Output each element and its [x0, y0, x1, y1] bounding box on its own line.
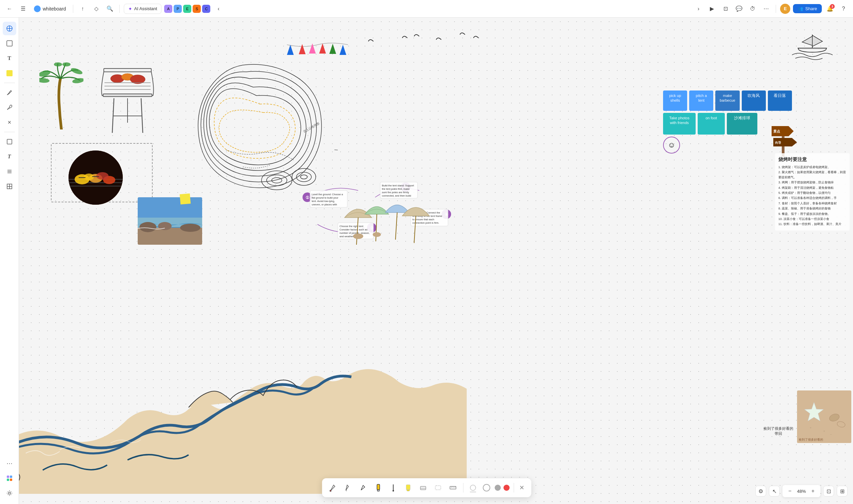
- selection-container[interactable]: [51, 143, 153, 202]
- sidebar-tool-eraser[interactable]: ✕: [3, 115, 16, 129]
- fountain-pen-tool[interactable]: [327, 482, 340, 494]
- highlighter-tool[interactable]: [402, 482, 414, 494]
- notifications-badge: 3: [830, 4, 835, 9]
- sidebar-tool-text2[interactable]: T: [3, 150, 16, 163]
- svg-point-106: [810, 427, 811, 428]
- back-button[interactable]: ←: [4, 3, 15, 14]
- svg-point-99: [373, 232, 381, 237]
- svg-rect-117: [435, 486, 440, 490]
- integration-icon-4[interactable]: S: [193, 5, 201, 13]
- card-pitch-tent[interactable]: pitch a tent: [689, 90, 713, 111]
- ai-assistant-button[interactable]: ✦ AI Assistant: [124, 4, 162, 14]
- svg-point-11: [8, 492, 11, 494]
- collapse-right-button[interactable]: ‹: [213, 3, 224, 14]
- svg-line-96: [396, 213, 397, 240]
- sidebar-tool-select[interactable]: [3, 37, 16, 50]
- sand-starfish-photo: 捡到了很多好看的: [797, 391, 851, 443]
- zoom-in-button[interactable]: +: [809, 487, 817, 495]
- sidebar-tool-move[interactable]: [3, 22, 16, 35]
- notifications-button[interactable]: 🔔 3: [824, 3, 835, 14]
- card-watch-sunset[interactable]: 看日落: [768, 90, 792, 111]
- play-button[interactable]: ▶: [707, 3, 717, 14]
- ruler-pen-tool[interactable]: [447, 482, 459, 494]
- zoom-out-button[interactable]: −: [786, 487, 794, 495]
- close-toolbar-button[interactable]: ✕: [518, 483, 526, 493]
- card-blow-wind[interactable]: 吹海风: [742, 90, 766, 111]
- toolbar-divider-2: [513, 483, 514, 492]
- svg-point-60: [180, 224, 201, 232]
- cursor-button[interactable]: ↖: [769, 486, 780, 497]
- card-take-photos[interactable]: Take photos with friends: [663, 113, 696, 134]
- sidebar-tool-sticky[interactable]: [3, 67, 16, 80]
- marker-tool[interactable]: [372, 482, 384, 494]
- svg-point-34: [266, 175, 287, 186]
- svg-point-98: [353, 234, 363, 239]
- tag-button[interactable]: ◇: [91, 3, 102, 14]
- menu-button[interactable]: ☰: [18, 3, 29, 14]
- color-red[interactable]: [503, 485, 509, 491]
- eraser-tool[interactable]: [417, 482, 429, 494]
- svg-marker-37: [287, 45, 294, 55]
- sidebar-tool-more[interactable]: ⋯: [3, 456, 16, 470]
- card-make-barbecue[interactable]: make barbecue: [715, 90, 739, 111]
- svg-line-109: [346, 490, 347, 491]
- more-button[interactable]: ⋯: [761, 3, 771, 14]
- integration-icon-1[interactable]: A: [164, 5, 172, 13]
- sidebar-tool-table[interactable]: [3, 180, 16, 193]
- dotted-eraser-tool[interactable]: [432, 482, 444, 494]
- user-avatar[interactable]: E: [780, 4, 790, 14]
- present-button[interactable]: ⊡: [720, 3, 731, 14]
- toolbar-right: E 👥 Share 🔔 3 ?: [780, 3, 849, 14]
- grid-view-button[interactable]: ⊞: [837, 486, 848, 497]
- pen-tool[interactable]: [357, 482, 369, 494]
- help-button[interactable]: ?: [838, 3, 849, 14]
- svg-rect-100: [797, 391, 851, 443]
- svg-point-58: [139, 222, 156, 232]
- sidebar-tool-settings[interactable]: [3, 486, 16, 500]
- share-button[interactable]: 👥 Share: [793, 4, 822, 13]
- thin-pen-tool[interactable]: [387, 482, 399, 494]
- boat-illustration: [792, 28, 833, 62]
- sidebar-tool-pen[interactable]: [3, 101, 16, 114]
- fit-to-screen-button[interactable]: ⊡: [823, 486, 834, 497]
- sidebar-tool-shapes[interactable]: [3, 135, 16, 148]
- color-gray[interactable]: [494, 485, 501, 491]
- search-button[interactable]: 🔍: [104, 3, 115, 14]
- svg-text:①: ①: [306, 195, 309, 200]
- sidebar-tool-list[interactable]: [3, 165, 16, 178]
- zoom-control-panel: − 48% +: [782, 485, 820, 497]
- expand-button[interactable]: ›: [693, 3, 704, 14]
- svg-marker-38: [299, 44, 306, 54]
- whiteboard-canvas[interactable]: 北上山地地形: [19, 18, 853, 504]
- ai-icon: ✦: [128, 6, 132, 12]
- svg-rect-118: [450, 486, 456, 489]
- share-icon: 👥: [798, 6, 803, 11]
- comment-button[interactable]: 💬: [734, 3, 745, 14]
- export-button[interactable]: ↑: [77, 3, 88, 14]
- card-pick-up-shells[interactable]: pick up shells: [663, 90, 687, 111]
- color-selector-area[interactable]: [467, 482, 478, 493]
- card-on-foot[interactable]: on foot: [698, 113, 725, 134]
- board-settings-button[interactable]: ⚙: [755, 486, 766, 497]
- svg-point-16: [54, 62, 62, 67]
- svg-point-104: [823, 430, 825, 432]
- sticky-note-small: [180, 194, 191, 205]
- svg-text:捡到了很多好看的: 捡到了很多好看的: [799, 438, 823, 441]
- eraser-circle[interactable]: [481, 482, 492, 493]
- sidebar-tool-draw[interactable]: [3, 86, 16, 99]
- sidebar-tool-apps[interactable]: [3, 471, 16, 485]
- bbq-title: 烧烤时要注意: [778, 157, 846, 163]
- integration-icon-2[interactable]: P: [174, 5, 182, 13]
- beach-photo: [138, 197, 202, 245]
- app-title: whiteboard: [43, 6, 66, 12]
- integration-icon-3[interactable]: E: [183, 5, 191, 13]
- color-white[interactable]: [470, 485, 476, 491]
- integration-icon-5[interactable]: C: [202, 5, 210, 13]
- sidebar-tool-text[interactable]: T: [3, 52, 16, 65]
- app-title-area[interactable]: whiteboard: [31, 4, 69, 14]
- timer-button[interactable]: ⏱: [747, 3, 758, 14]
- left-sidebar: T ✕ T ⋯: [0, 18, 19, 504]
- card-sandvolley[interactable]: 沙滩排球: [727, 113, 758, 134]
- bird-silhouettes: [351, 28, 487, 56]
- pencil-tool[interactable]: [342, 482, 354, 494]
